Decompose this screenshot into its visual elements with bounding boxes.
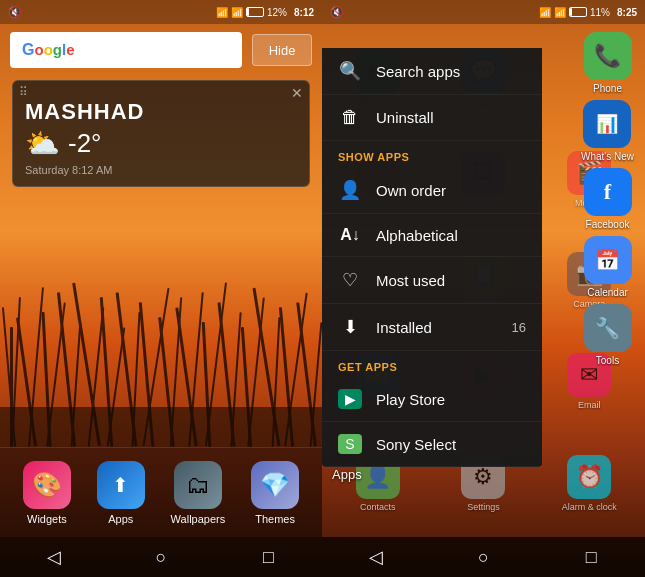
side-icon-facebook[interactable]: f Facebook <box>584 168 632 230</box>
search-apps-label: Search apps <box>376 63 460 80</box>
whats-new-icon: 📊 <box>596 113 618 135</box>
right-battery-percent: 11% <box>590 7 610 18</box>
widget-date: Saturday 8:12 AM <box>25 164 297 176</box>
search-icon: 🔍 <box>338 60 362 82</box>
app-label: Contacts <box>360 502 396 512</box>
side-icon-calendar[interactable]: 📅 Calendar <box>584 236 632 298</box>
menu-alphabetical[interactable]: A↓ Alphabetical <box>322 214 542 257</box>
download-icon: ⬇ <box>338 316 362 338</box>
dock-item-wallpapers[interactable]: 🗂 Wallpapers <box>171 461 226 525</box>
dock-label-apps: Apps <box>108 513 133 525</box>
cloud-icon: ⛅ <box>25 127 60 160</box>
uninstall-label: Uninstall <box>376 109 434 126</box>
weather-widget: ⠿ ✕ MASHHAD ⛅ -2° Saturday 8:12 AM <box>12 80 310 187</box>
right-panel: 🔇 📶 📶 11% 8:25 ▶ Play Store 💬 Messaging <box>322 0 645 577</box>
side-icon-tools[interactable]: 🔧 Tools <box>584 304 632 366</box>
left-mute-icon: 🔇 <box>8 6 22 19</box>
dock-item-widgets[interactable]: 🎨 Widgets <box>23 461 71 525</box>
dock-label-wallpapers: Wallpapers <box>171 513 226 525</box>
left-time: 8:12 <box>294 7 314 18</box>
trash-icon: 🗑 <box>338 107 362 128</box>
right-home-button[interactable]: ○ <box>465 539 501 575</box>
left-battery-percent: 12% <box>267 7 287 18</box>
widgets-icon: 🎨 <box>32 471 62 499</box>
right-side-icons: 📞 Phone 📊 What's New f Facebook 📅 <box>570 24 645 537</box>
right-mute-icon: 🔇 <box>330 6 344 19</box>
left-wifi-icon: 📶 <box>216 7 228 18</box>
widget-weather-row: ⛅ -2° <box>25 127 297 160</box>
person-icon: 👤 <box>338 179 362 201</box>
left-panel: 🔇 📶 📶 12% 8:12 Google Hide ⠿ ✕ MASHHAD ⛅… <box>0 0 322 577</box>
widget-city: MASHHAD <box>25 99 297 125</box>
heart-icon: ♡ <box>338 269 362 291</box>
alphabetical-label: Alphabetical <box>376 227 458 244</box>
left-nav-bar: ◁ ○ □ <box>0 537 322 577</box>
right-status-icons: 📶 📶 11% 8:25 <box>539 7 637 18</box>
right-recent-button[interactable]: □ <box>573 539 609 575</box>
settings-icon: ⚙ <box>473 464 493 490</box>
side-icon-whats-new[interactable]: 📊 What's New <box>581 100 634 162</box>
get-apps-header: GET APPS <box>322 351 542 377</box>
apps-bottom-label: Apps <box>332 467 362 482</box>
contacts-icon: 👤 <box>364 464 391 490</box>
menu-search-apps[interactable]: 🔍 Search apps <box>322 48 542 95</box>
menu-uninstall[interactable]: 🗑 Uninstall <box>322 95 542 141</box>
sony-icon: S <box>338 434 362 454</box>
facebook-icon: f <box>604 179 611 205</box>
right-status-bar: 🔇 📶 📶 11% 8:25 <box>322 0 645 24</box>
widget-drag-handle[interactable]: ⠿ <box>19 85 28 99</box>
left-status-bar: 🔇 📶 📶 12% 8:12 <box>0 0 322 24</box>
right-back-button[interactable]: ◁ <box>358 539 394 575</box>
tools-label: Tools <box>596 355 619 366</box>
dock-item-apps[interactable]: ⬆ Apps <box>97 461 145 525</box>
own-order-label: Own order <box>376 182 446 199</box>
calendar-label: Calendar <box>587 287 628 298</box>
hide-button[interactable]: Hide <box>252 34 312 66</box>
installed-count: 16 <box>512 320 526 335</box>
installed-label: Installed <box>376 319 432 336</box>
left-signal-icon: 📶 <box>231 7 243 18</box>
whats-new-label: What's New <box>581 151 634 162</box>
right-signal-icon: 📶 <box>554 7 566 18</box>
phone-label: Phone <box>593 83 622 94</box>
side-icon-phone[interactable]: 📞 Phone <box>584 32 632 94</box>
apps-icon: ⬆ <box>112 473 129 497</box>
svg-rect-33 <box>0 407 322 447</box>
menu-play-store[interactable]: ▶ Play Store <box>322 377 542 422</box>
play-store-icon: ▶ <box>338 389 362 409</box>
google-search-bar[interactable]: Google <box>10 32 242 68</box>
phone-icon: 📞 <box>594 43 621 69</box>
alpha-icon: A↓ <box>338 226 362 244</box>
dock-label-themes: Themes <box>255 513 295 525</box>
grass-background <box>0 191 322 447</box>
tools-icon: 🔧 <box>595 316 620 340</box>
left-recent-button[interactable]: □ <box>250 539 286 575</box>
right-wifi-icon: 📶 <box>539 7 551 18</box>
sony-select-label: Sony Select <box>376 436 456 453</box>
wallpapers-icon: 🗂 <box>186 471 210 499</box>
dropdown-menu: 🔍 Search apps 🗑 Uninstall SHOW APPS 👤 Ow… <box>322 48 542 467</box>
dock-item-themes[interactable]: 💎 Themes <box>251 461 299 525</box>
play-store-label: Play Store <box>376 391 445 408</box>
right-time: 8:25 <box>617 7 637 18</box>
left-top-bar: Google Hide <box>0 24 322 76</box>
facebook-label: Facebook <box>586 219 630 230</box>
themes-icon: 💎 <box>260 471 290 499</box>
menu-sony-select[interactable]: S Sony Select <box>322 422 542 467</box>
left-home-button[interactable]: ○ <box>143 539 179 575</box>
dock-label-widgets: Widgets <box>27 513 67 525</box>
left-status-icons: 📶 📶 12% 8:12 <box>216 7 314 18</box>
widget-temperature: -2° <box>68 128 102 159</box>
most-used-label: Most used <box>376 272 445 289</box>
app-label: Settings <box>467 502 500 512</box>
menu-most-used[interactable]: ♡ Most used <box>322 257 542 304</box>
left-back-button[interactable]: ◁ <box>36 539 72 575</box>
calendar-icon: 📅 <box>595 248 620 272</box>
right-bg: ▶ Play Store 💬 Messaging 🎵 Walkman 🖼 Alb… <box>322 24 645 537</box>
right-nav-bar: ◁ ○ □ <box>322 537 645 577</box>
widget-close-button[interactable]: ✕ <box>291 85 303 101</box>
menu-own-order[interactable]: 👤 Own order <box>322 167 542 214</box>
left-dock: 🎨 Widgets ⬆ Apps 🗂 Wallpapers 💎 Themes <box>0 447 322 537</box>
menu-installed[interactable]: ⬇ Installed 16 <box>322 304 542 351</box>
show-apps-header: SHOW APPS <box>322 141 542 167</box>
